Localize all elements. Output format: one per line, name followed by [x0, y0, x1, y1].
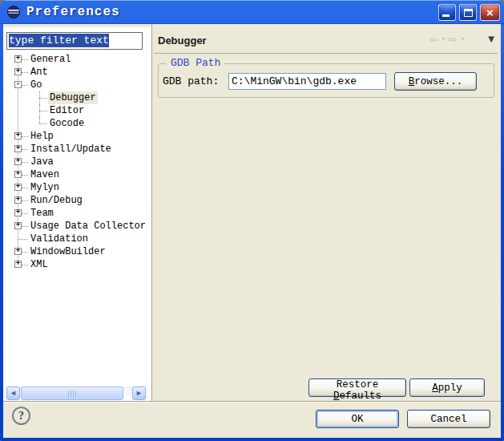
tree-item-label: Gocode: [48, 117, 86, 130]
tree-item-label: Help: [29, 130, 55, 143]
tree-item-xml[interactable]: +XML: [5, 258, 150, 271]
page-title: Debugger: [158, 34, 207, 47]
close-button[interactable]: ×: [480, 4, 500, 21]
tree-item-mylyn[interactable]: +Mylyn: [5, 181, 150, 194]
tree-item-general[interactable]: +General: [5, 53, 150, 66]
tree-item-usage-data-collector[interactable]: +Usage Data Collector: [5, 220, 150, 233]
restore-defaults-button[interactable]: Restore Defaults: [308, 378, 406, 397]
minimize-icon: [442, 14, 450, 17]
tree-item-label: Debugger: [48, 91, 98, 104]
tree-item-ant[interactable]: +Ant: [5, 66, 150, 79]
expand-icon[interactable]: +: [14, 171, 22, 178]
tree-item-label: General: [29, 53, 72, 66]
gdb-path-input[interactable]: [228, 73, 386, 90]
footer-separator: [3, 401, 501, 402]
tree-item-editor[interactable]: Editor: [5, 104, 150, 117]
expand-icon[interactable]: +: [14, 55, 22, 63]
ok-button[interactable]: OK: [316, 410, 399, 428]
forward-icon[interactable]: ⇨: [449, 34, 458, 45]
tree-item-debugger[interactable]: Debugger: [5, 91, 150, 104]
filter-input[interactable]: type filter text: [6, 32, 143, 50]
cancel-button[interactable]: Cancel: [407, 410, 490, 428]
preferences-window: Preferences × type filter text +General+…: [0, 0, 504, 441]
tree-item-label: Team: [29, 207, 55, 220]
expand-icon[interactable]: +: [14, 158, 22, 165]
scroll-left-icon: ◄: [10, 389, 17, 397]
maximize-button[interactable]: [459, 4, 477, 21]
gdb-path-group-title: GDB Path: [167, 57, 224, 70]
tree-horizontal-scrollbar[interactable]: ◄ ►: [6, 386, 146, 400]
main-panel: Debugger ⇦ ▾ ⇨ ▾ ▼ GDB Path GDB path: Br…: [152, 24, 501, 401]
back-icon[interactable]: ⇦: [429, 34, 439, 45]
view-menu-icon[interactable]: ▼: [488, 35, 494, 43]
tree-item-validation[interactable]: Validation: [5, 233, 150, 245]
tree-item-install-update[interactable]: +Install/Update: [5, 143, 150, 156]
scroll-right-button[interactable]: ►: [132, 386, 146, 400]
tree-item-label: Editor: [48, 104, 86, 117]
preferences-tree: +General+Ant-GoDebuggerEditorGocode+Help…: [5, 53, 150, 274]
window-controls: ×: [438, 4, 500, 21]
dialog-content: type filter text +General+Ant-GoDebugger…: [3, 24, 501, 438]
close-icon: ×: [486, 6, 494, 19]
titlebar[interactable]: Preferences ×: [0, 0, 504, 24]
scrollbar-grip-icon: [68, 390, 76, 398]
tree-item-java[interactable]: +Java: [5, 156, 150, 168]
back-dropdown-icon[interactable]: ▾: [442, 36, 446, 42]
tree-item-windowbuilder[interactable]: +WindowBuilder: [5, 245, 150, 258]
expand-icon[interactable]: +: [14, 145, 22, 152]
tree-item-maven[interactable]: +Maven: [5, 168, 150, 181]
expand-icon[interactable]: +: [14, 248, 22, 255]
scroll-right-icon: ►: [135, 389, 143, 397]
forward-dropdown-icon[interactable]: ▾: [461, 36, 464, 42]
tree-item-go[interactable]: -Go: [5, 79, 150, 91]
collapse-icon[interactable]: -: [14, 81, 22, 88]
tree-item-team[interactable]: +Team: [5, 207, 150, 220]
page-navigation: ⇦ ▾ ⇨ ▾ ▼: [429, 34, 494, 45]
gdb-path-label: GDB path:: [163, 75, 219, 88]
expand-icon[interactable]: +: [14, 222, 22, 229]
expand-icon[interactable]: +: [14, 196, 22, 204]
tree-item-label: Maven: [29, 168, 61, 181]
expand-icon[interactable]: +: [14, 261, 22, 268]
tree-item-label: XML: [29, 258, 50, 271]
expand-icon[interactable]: +: [14, 209, 22, 216]
expand-icon[interactable]: +: [14, 184, 22, 191]
tree-item-label: Run/Debug: [29, 194, 84, 207]
tree-item-label: Go: [29, 79, 43, 91]
tree-item-label: Install/Update: [29, 143, 113, 156]
window-title: Preferences: [26, 5, 120, 19]
tree-item-label: Mylyn: [29, 181, 61, 194]
tree-item-label: WindowBuilder: [29, 245, 107, 258]
tree-item-label: Validation: [29, 233, 90, 245]
tree-item-gocode[interactable]: Gocode: [5, 117, 150, 130]
tree-item-help[interactable]: +Help: [5, 130, 150, 143]
filter-selected-text: type filter text: [9, 34, 109, 47]
header-separator: [154, 53, 498, 54]
eclipse-icon: [6, 5, 21, 19]
expand-icon[interactable]: +: [14, 132, 22, 140]
tree-item-label: Java: [29, 156, 55, 168]
maximize-icon: [464, 9, 473, 17]
apply-button[interactable]: Apply: [409, 378, 485, 397]
tree-item-run-debug[interactable]: +Run/Debug: [5, 194, 150, 207]
tree-item-label: Usage Data Collector: [29, 220, 147, 233]
minimize-button[interactable]: [438, 4, 456, 21]
scroll-left-button[interactable]: ◄: [6, 386, 20, 400]
help-button[interactable]: ?: [12, 407, 30, 425]
expand-icon[interactable]: +: [14, 68, 22, 75]
browse-button[interactable]: Browse...: [394, 72, 477, 91]
scrollbar-thumb[interactable]: [21, 386, 123, 400]
tree-item-label: Ant: [29, 66, 50, 79]
help-icon: ?: [18, 410, 24, 422]
